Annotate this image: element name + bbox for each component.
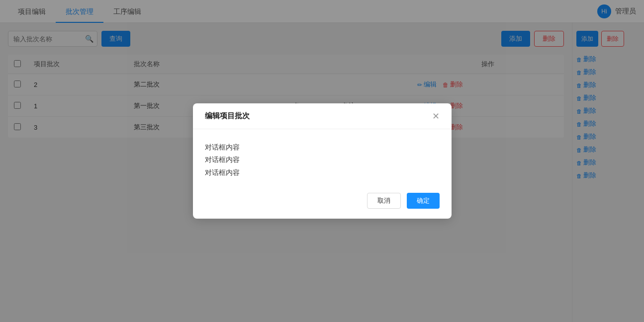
modal-cancel-button[interactable]: 取消 <box>367 193 401 209</box>
modal-content-line3: 对话框内容 <box>205 166 440 179</box>
close-icon: ✕ <box>432 111 440 121</box>
modal-close-button[interactable]: ✕ <box>432 112 440 121</box>
modal-header: 编辑项目批次 ✕ <box>193 103 452 129</box>
modal-overlay: 编辑项目批次 ✕ 对话框内容 对话框内容 对话框内容 取消 确定 <box>0 0 644 322</box>
modal-confirm-button[interactable]: 确定 <box>407 193 440 209</box>
modal-content-line2: 对话框内容 <box>205 154 440 166</box>
modal-dialog: 编辑项目批次 ✕ 对话框内容 对话框内容 对话框内容 取消 确定 <box>193 103 452 219</box>
modal-footer: 取消 确定 <box>193 187 452 219</box>
modal-title: 编辑项目批次 <box>205 111 250 121</box>
modal-body: 对话框内容 对话框内容 对话框内容 <box>193 129 452 187</box>
modal-content-line1: 对话框内容 <box>205 141 440 154</box>
